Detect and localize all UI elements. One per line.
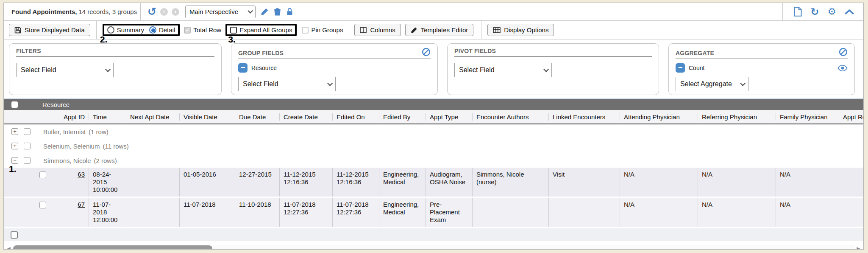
column-header-appt-re[interactable]: Appt Re [839, 113, 863, 121]
column-header-time[interactable]: Time [89, 113, 126, 121]
pivot-fields-panel-title: PIVOT FIELDS [454, 48, 496, 54]
undo-icon[interactable]: ↺ [147, 6, 156, 17]
new-document-icon[interactable] [794, 7, 802, 17]
row-checkbox[interactable] [39, 202, 46, 208]
cell: 11-12-2015 12:16:36 [279, 168, 332, 197]
aggregate-select[interactable]: Select Aggregate [676, 77, 748, 91]
group-checkbox[interactable] [24, 143, 31, 149]
cell: N/A [620, 198, 698, 227]
chevron-down-icon [740, 81, 746, 86]
cell [472, 198, 548, 227]
visibility-eye-icon[interactable] [837, 65, 848, 71]
row-checkbox[interactable] [39, 171, 46, 178]
group-row: +Selenium, Selenium(11 rows) [4, 139, 863, 153]
column-header-attending-physician[interactable]: Attending Physician [620, 113, 698, 121]
lock-perspective-icon[interactable] [286, 8, 293, 16]
group-row-count: (1 row) [89, 128, 108, 135]
cell: N/A [698, 198, 776, 227]
pin-groups-checkbox[interactable] [302, 27, 309, 34]
collapse-panel-chevron-icon[interactable] [845, 9, 854, 14]
scrollbar-track[interactable] [12, 245, 855, 249]
clear-aggregate-icon[interactable] [839, 48, 848, 56]
column-header-row: Appt IDTimeNext Apt DateVisible DateDue … [4, 110, 863, 124]
clear-group-fields-icon[interactable] [422, 48, 431, 56]
templates-editor-button[interactable]: Templates Editor [405, 24, 474, 36]
appt-id-link[interactable]: 63 [78, 171, 85, 178]
scrollbar-thumb[interactable] [13, 245, 212, 249]
summary-radio[interactable] [107, 26, 114, 34]
select-all-checkbox[interactable] [11, 101, 18, 108]
expand-group-icon[interactable]: + [11, 143, 18, 149]
horizontal-scrollbar: ◀ ▶ [6, 245, 861, 249]
column-header-due-date[interactable]: Due Date [235, 113, 279, 121]
filters-panel-title: FILTERS [16, 48, 41, 54]
summary-radio-group[interactable]: Summary [107, 26, 144, 34]
edit-perspective-icon[interactable] [261, 8, 269, 16]
filters-field-select[interactable]: Select Field [16, 63, 114, 77]
cell [548, 198, 620, 227]
store-button-label: Store Displayed Data [25, 26, 85, 34]
perspective-select[interactable]: Main Perspective [185, 6, 256, 18]
total-row-checkbox[interactable] [184, 27, 191, 34]
footer-checkbox[interactable] [11, 231, 18, 239]
remove-group-field-icon[interactable]: − [238, 63, 248, 73]
column-header-next-apt-date[interactable]: Next Apt Date [126, 113, 179, 121]
delete-perspective-icon[interactable] [274, 8, 281, 16]
row-selector-cell [4, 198, 50, 227]
pivot-fields-panel: PIVOT FIELDS Select Field [447, 43, 659, 95]
group-row-count: (2 rows) [94, 157, 117, 164]
aggregate-label: Count [689, 65, 704, 71]
column-header-family-physician[interactable]: Family Physician [776, 113, 839, 121]
annotation-number-2: 2. [100, 35, 108, 44]
cell: Visit [548, 168, 620, 197]
settings-gear-icon[interactable]: ⚙ [827, 7, 836, 17]
pencil-icon [411, 27, 417, 34]
appt-id-link[interactable]: 67 [78, 201, 85, 208]
scroll-right-arrow-icon[interactable]: ▶ [857, 246, 861, 249]
divider [96, 21, 97, 39]
summary-radio-label: Summary [117, 26, 144, 34]
column-header-create-date[interactable]: Create Date [279, 113, 332, 121]
group-fields-select[interactable]: Select Field [238, 77, 336, 91]
store-displayed-data-button[interactable]: Store Displayed Data [9, 24, 90, 36]
expand-all-groups-checkbox[interactable] [230, 27, 237, 34]
group-row-count: (11 rows) [103, 143, 128, 150]
annotation-number-3: 3. [228, 35, 236, 44]
column-header-edited-on[interactable]: Edited On [332, 113, 379, 121]
expand-all-groups-control[interactable]: Expand All Groups [230, 26, 292, 34]
column-header-edited-by[interactable]: Edited By [379, 113, 426, 121]
annotation-box-3: Expand All Groups 3. [225, 24, 297, 36]
group-checkbox[interactable] [24, 128, 31, 135]
columns-button[interactable]: Columns [354, 24, 401, 36]
expand-group-icon[interactable]: + [11, 128, 18, 135]
refresh-icon[interactable]: ↻ [810, 7, 819, 17]
remove-aggregate-icon[interactable]: − [676, 63, 685, 73]
history-back-icon[interactable]: ‹ [160, 8, 168, 16]
group-fields-panel: GROUP FIELDS − Resource Select Field [231, 43, 438, 95]
cell [839, 168, 863, 197]
table-body: +Butler, Internist(1 row)+Selenium, Sele… [4, 124, 863, 228]
column-header-appt-type[interactable]: Appt Type [426, 113, 472, 121]
scroll-left-arrow-icon[interactable]: ◀ [6, 246, 11, 249]
cell [839, 198, 863, 227]
total-row-control[interactable]: Total Row [184, 26, 221, 34]
detail-radio[interactable] [149, 26, 156, 34]
templates-editor-label: Templates Editor [421, 26, 468, 34]
group-checkbox[interactable] [24, 157, 31, 164]
pivot-fields-select[interactable]: Select Field [454, 63, 552, 77]
column-header-visible-date[interactable]: Visible Date [179, 113, 235, 121]
pin-groups-control[interactable]: Pin Groups [302, 26, 343, 34]
collapse-group-icon[interactable]: − [11, 157, 18, 164]
column-header-referring-physician[interactable]: Referring Physician [698, 113, 776, 121]
annotation-number-1: 1. [9, 164, 17, 173]
detail-radio-group[interactable]: Detail [149, 26, 175, 34]
columns-icon [360, 27, 367, 33]
group-label: Simmons, Nicole [43, 157, 91, 164]
column-header-linked-encounters[interactable]: Linked Encounters [548, 113, 620, 121]
annotation-box-2: Summary Detail 2. [103, 24, 180, 36]
cell [126, 168, 179, 197]
column-header-appt-id[interactable]: Appt ID [50, 113, 89, 121]
display-options-button[interactable]: Display Options [487, 24, 554, 36]
history-forward-icon[interactable]: › [172, 8, 179, 16]
column-header-encounter-authors[interactable]: Encounter Authors [472, 113, 548, 121]
